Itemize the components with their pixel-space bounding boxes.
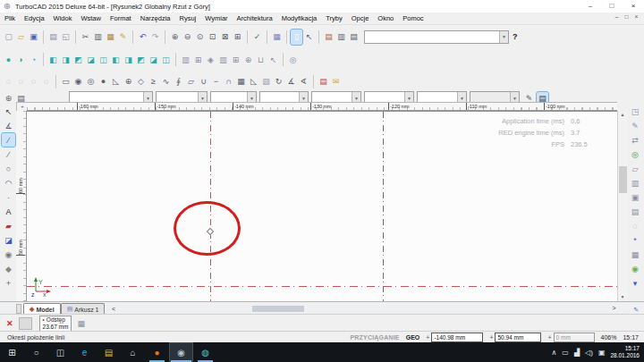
menu-item[interactable]: Opcje [347,14,374,22]
vertical-scrollbar[interactable]: ▲ ▼ [617,111,627,301]
mesh-grid-icon[interactable]: ▦ [235,74,247,89]
menu-item[interactable]: Modyfikacja [277,14,322,22]
minimize-button[interactable]: – [580,0,601,13]
tab-scroll-right-icon[interactable]: > [609,303,619,313]
selection-info-combobox[interactable]: ▼ [364,30,509,44]
angle-3d-icon[interactable]: ∡ [285,74,297,89]
inspector-lock-box[interactable] [19,317,32,330]
orbit-icon[interactable]: ◎ [287,52,299,67]
tray-chevron-icon[interactable]: ∧ [551,349,556,357]
print-page-icon[interactable]: ▤ [628,205,642,218]
firefox-icon[interactable]: ● [145,342,169,362]
open-file-icon[interactable]: ▱ [15,29,27,45]
materials-book-icon[interactable]: ▤ [318,74,329,89]
paste-icon[interactable]: ▦ [105,29,116,45]
view-top-icon[interactable]: ◫ [97,52,109,67]
red-circle-shape[interactable] [174,201,241,256]
view-iso-nw-icon[interactable]: ◨ [60,52,72,67]
menu-item[interactable]: Architektura [233,14,277,22]
menu-item[interactable]: Rysuj [174,14,200,22]
rotate-view-z-icon[interactable]: ◌ [28,74,39,89]
spell-check-icon[interactable]: ✓ [251,29,263,45]
view-iso-ne-icon[interactable]: ◧ [47,52,59,67]
y-coordinate-field[interactable]: 50.94 mm [495,333,541,342]
new-file-icon[interactable]: ▢ [3,29,14,45]
pan-view-icon[interactable]: ⊞ [232,29,243,45]
odstep-value[interactable]: 23.67 mm [43,324,69,331]
turbocad-taskbar-icon[interactable]: ◉ [169,342,193,362]
search-icon[interactable]: ○ [24,342,48,362]
mdi-minimize-button[interactable]: – [612,13,622,20]
zoom-in-icon[interactable]: ⊕ [169,29,181,45]
rotate-view-y-icon[interactable]: ◌ [15,74,27,89]
scrollbar-thumb[interactable] [619,166,627,193]
volume-icon[interactable]: ◁) [585,349,593,357]
construction-line-vertical-gray[interactable] [383,112,384,302]
cancel-entry-icon[interactable]: ✕ [6,319,13,328]
construction-line-horizontal-red[interactable] [27,286,617,287]
format-painter-icon[interactable]: ✎ [117,29,129,45]
symbol-palette-icon[interactable]: ▤ [323,29,335,45]
chevron-down-icon[interactable]: ▼ [499,31,508,43]
redo-icon[interactable]: ↷ [149,29,161,45]
snap-rings-icon[interactable]: ◎ [628,147,642,161]
revolve-icon[interactable]: ∿ [160,74,172,89]
render-mail-icon[interactable]: ✉ [330,74,342,89]
block-copy-icon[interactable]: ▥ [335,29,347,45]
shapes-2d-tool-icon[interactable]: ▰ [2,219,15,232]
maximize-button[interactable]: □ [601,0,623,13]
tab-scroll-left-icon[interactable]: < [108,304,118,314]
menu-item[interactable]: Edycja [20,14,49,22]
rotate-3d-icon[interactable]: ↻ [273,74,284,89]
sketch-pen-icon[interactable]: ✎ [628,119,642,132]
named-view-icon[interactable]: ▥ [217,52,229,67]
frame-box-icon[interactable]: ▣ [628,190,642,204]
view-iso-se-icon[interactable]: ◩ [72,52,84,67]
menu-item[interactable]: Widok [49,14,77,22]
boolean-add-icon[interactable]: ∪ [198,74,209,89]
ball-3d-icon[interactable]: ● [97,74,109,89]
zoom-window-icon[interactable]: ⊡ [207,29,218,45]
snap-mode-label[interactable]: PRZYCIĄGANIE [350,334,399,341]
menu-item[interactable]: Tryby [321,14,346,22]
print-preview-icon[interactable]: ◱ [60,29,72,45]
drop-dot-icon[interactable]: ▾ [628,276,642,290]
tab-splitter-handle[interactable] [16,304,21,314]
scroll-down-icon[interactable]: ▼ [618,293,627,301]
render-sphere-icon[interactable]: ● [3,52,14,67]
taskbar-clock[interactable]: 15:17 28.01.2016 [610,345,640,359]
sweep-icon[interactable]: ∮ [173,74,184,89]
plane-triangle-icon[interactable]: ◺ [248,74,259,89]
zoom-extents-icon[interactable]: ⊠ [219,29,231,45]
menu-item[interactable]: Okno [373,14,398,22]
planet-app-icon[interactable]: ◍ [193,342,217,362]
tile-views-icon[interactable]: ⊞ [230,52,242,67]
view-back-icon[interactable]: ◩ [135,52,147,67]
page-setup-icon[interactable]: ▤ [348,29,360,45]
circles-icon[interactable]: ◌ [628,219,642,232]
view-right-icon[interactable]: ◫ [160,52,172,67]
zoom-out-icon[interactable]: ⊖ [182,29,193,45]
menu-item[interactable]: Format [106,14,136,22]
walk-through-icon[interactable]: ⊔ [255,52,267,67]
edge-icon[interactable]: e [72,342,97,362]
x-coordinate-field[interactable]: -140.98 mm [431,333,483,342]
tab-corner-icon[interactable]: ✎ [633,307,639,314]
battery-icon[interactable]: ▭ [562,349,569,357]
extrude-face-icon[interactable]: ▱ [628,162,642,175]
pick-arrow-icon[interactable]: ↖ [303,29,315,45]
grid-pen-icon[interactable]: ▦ [628,248,642,261]
camera-position-icon[interactable]: ⊕ [242,52,254,67]
sketch-tool-icon[interactable]: ∕ [2,133,15,147]
arc-tool-icon[interactable]: ◠ [2,176,15,189]
viewport-quad-icon[interactable]: ⊞ [192,52,204,67]
view-iso-sw-icon[interactable]: ◪ [85,52,97,67]
sphere-3d-icon[interactable]: ◉ [72,74,84,89]
pan-tool-icon[interactable]: + [2,276,15,290]
copy-objects-icon[interactable]: ▥ [628,176,642,189]
settings-gear-icon[interactable]: ⊛ [3,92,14,104]
angle-30-icon[interactable]: ∢ [298,74,309,89]
scroll-up-icon[interactable]: ▲ [618,111,627,119]
undo-icon[interactable]: ↶ [137,29,148,45]
odstep-field[interactable]: Odstęp 23.67 mm [39,316,72,332]
